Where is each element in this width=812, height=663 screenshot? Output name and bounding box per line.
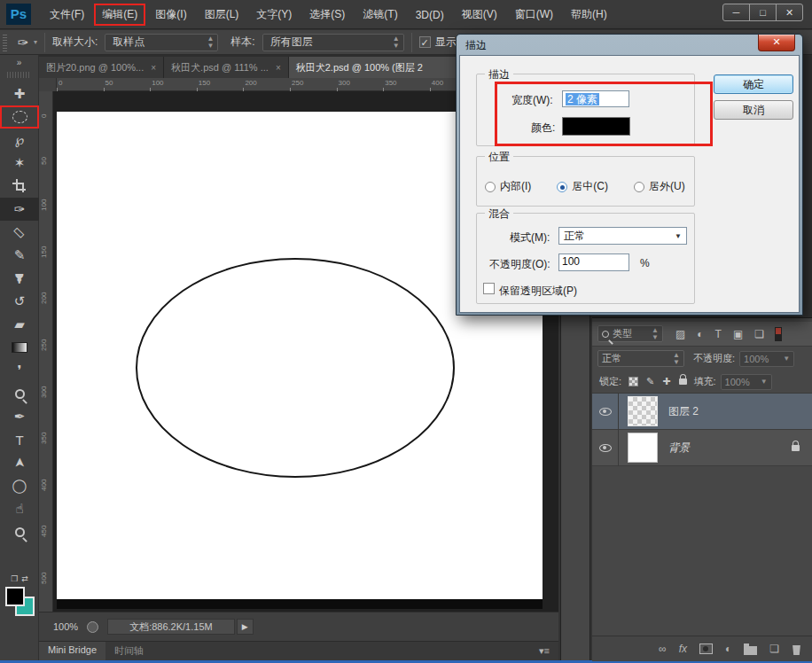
filter-pixel-layers-icon[interactable]: ▨ [675,328,685,340]
menu-3D(D)[interactable]: 3D(D) [408,5,452,25]
menu-窗口(W)[interactable]: 窗口(W) [507,4,561,26]
panel-tab-时间轴[interactable]: 时间轴 [105,642,152,660]
eye-icon[interactable] [599,444,612,452]
shape-tool[interactable]: ◯ [0,474,39,497]
layer-row-1[interactable]: 图层 2 [592,394,812,430]
h-ruler-tick: 100 [152,79,163,87]
v-ruler-tick: 450 [40,526,48,537]
fill-value[interactable]: 100%▼ [721,374,772,390]
ok-button[interactable]: 确定 [714,74,793,94]
hand-tool[interactable]: ☝ [0,497,39,520]
close-icon[interactable]: × [276,63,281,73]
zoom-level[interactable]: 100% [53,621,78,632]
layer-thumbnail[interactable] [628,433,658,463]
filter-type-layers-icon[interactable]: T [715,328,722,340]
options-grip[interactable] [3,34,7,51]
lasso-tool[interactable]: ℘ [0,129,39,152]
radio-居外(U)[interactable]: 居外(U) [634,179,685,194]
gradient-tool[interactable] [0,336,39,359]
eyedropper-options-icon[interactable]: ✑ [12,31,34,54]
blur-tool[interactable]: ❜ [0,359,39,382]
history-brush-tool[interactable]: ↺ [0,290,39,313]
menu-视图(V)[interactable]: 视图(V) [454,4,505,26]
dodge-tool[interactable] [0,382,39,405]
default-swap-colors-icon[interactable]: ❐⇄ [4,573,35,584]
lasso-tool-glyph: ℘ [15,132,24,148]
new-group-icon[interactable] [744,646,757,655]
lock-transparency-icon[interactable] [629,377,638,386]
tool-preset-arrow-icon[interactable]: ▾ [34,38,37,46]
menu-图像(I)[interactable]: 图像(I) [147,4,194,26]
menu-选择(S)[interactable]: 选择(S) [301,4,353,26]
lock-position-icon[interactable]: ✚ [662,376,670,387]
menu-图层(L)[interactable]: 图层(L) [197,4,247,26]
layer-row-2[interactable]: 背景 [592,430,812,466]
crop-tool[interactable] [0,175,39,198]
filter-shape-layers-icon[interactable]: ▣ [733,328,743,340]
visibility-cell[interactable] [592,430,619,466]
menu-编辑(E)[interactable]: 编辑(E) [94,4,145,26]
preserve-transparency-checkbox[interactable] [483,283,495,294]
sample-dropdown[interactable]: 所有图层▲▼ [262,34,404,51]
close-icon[interactable]: × [151,63,156,73]
v-ruler-tick: 50 [40,157,48,165]
filter-toggle-switch[interactable] [775,327,782,341]
panel-menu-icon[interactable]: ▾≡ [539,645,550,657]
elliptical-marquee-tool[interactable] [0,105,39,129]
maximize-button[interactable]: □ [749,4,777,21]
panel-tab-Mini Bridge[interactable]: Mini Bridge [39,642,105,660]
menu-文件(F)[interactable]: 文件(F) [42,4,92,26]
eye-icon[interactable] [599,408,612,416]
lock-all-icon[interactable] [679,378,687,385]
filter-smart-objects-icon[interactable]: ❏ [754,328,764,340]
delete-layer-icon[interactable] [792,645,801,655]
layer-filter-dropdown[interactable]: 类型▲▼ [597,325,663,342]
dialog-close-button[interactable]: ✕ [758,35,795,51]
status-expand-icon[interactable]: ▶ [237,619,254,635]
menu-帮助(H)[interactable]: 帮助(H) [563,4,615,26]
layer-thumbnail[interactable] [628,396,658,426]
filter-adjustment-layers-icon[interactable]: ◐ [697,328,703,340]
mode-dropdown[interactable]: 正常 ▼ [558,227,687,245]
opacity-value[interactable]: 100%▼ [739,351,794,367]
search-icon [602,331,609,338]
document-info[interactable]: 文档:886.2K/1.15M [107,619,235,635]
radio-居中(C)[interactable]: 居中(C) [557,179,608,194]
adjustment-layer-icon[interactable]: ◐ [725,643,731,655]
opacity-input[interactable]: 100 [558,254,629,271]
zoom-tool[interactable] [0,520,39,543]
menu-滤镜(T)[interactable]: 滤镜(T) [355,4,405,26]
close-button[interactable]: ✕ [776,4,803,21]
collapse-panel-icon[interactable]: » [0,55,38,67]
blend-mode-dropdown[interactable]: 正常▲▼ [597,350,684,367]
toolbar-grip[interactable] [7,72,31,78]
layer-style-icon[interactable]: fx [679,643,687,655]
new-layer-icon[interactable]: ❏ [769,643,779,655]
lock-paint-icon[interactable]: ✎ [646,376,654,387]
brush-tool[interactable]: ✎ [0,244,39,267]
sample-size-dropdown[interactable]: 取样点▲▼ [105,34,218,51]
magic-wand-tool[interactable]: ✶ [0,152,39,175]
add-mask-icon[interactable] [699,644,713,654]
menu-文字(Y)[interactable]: 文字(Y) [248,4,300,26]
eyedropper-tool-glyph: ✑ [14,201,26,217]
move-tool[interactable]: ✚ [0,82,39,105]
pen-tool[interactable]: ✒ [0,405,39,428]
path-selection-tool[interactable]: ➤ [0,451,39,474]
cancel-button[interactable]: 取消 [714,100,793,120]
eraser-tool[interactable]: ▰ [0,313,39,336]
radio-内部(I)[interactable]: 内部(I) [485,179,531,194]
radio-label: 居中(C) [572,179,608,194]
foreground-color-swatch[interactable] [5,587,25,606]
clone-stamp-tool[interactable]: ♟ [0,267,39,290]
link-layers-icon[interactable]: ∞ [659,643,667,655]
healing-brush-tool[interactable]: ▭ [0,221,39,244]
visibility-cell[interactable] [592,394,619,430]
show-checkbox[interactable]: ✓ [419,36,431,48]
document-tab-1[interactable]: 图片20.png @ 100%...× [39,57,164,78]
minimize-button[interactable]: ─ [722,4,750,21]
gradient-icon [12,342,27,353]
document-tab-2[interactable]: 秋田犬.psd @ 111% ...× [164,57,289,78]
eyedropper-tool[interactable]: ✑ [0,198,39,221]
type-tool[interactable]: T [0,428,39,451]
